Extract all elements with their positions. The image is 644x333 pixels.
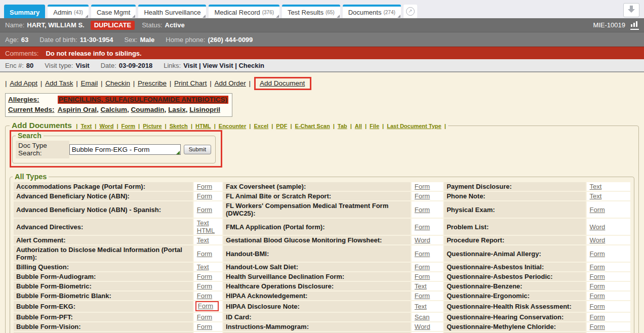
encounter-field: Visit type:Visit (45, 62, 89, 69)
doc-type-name: Questionnaire-Ergonomic: (444, 292, 585, 300)
med-link-lasix[interactable]: Lasix (168, 106, 186, 113)
doc-link-form[interactable]: Form (590, 206, 605, 214)
format-link-all[interactable]: All (355, 123, 362, 129)
action-link-prescribe[interactable]: Prescribe (138, 79, 167, 87)
current-meds-link[interactable]: Current Meds: (8, 106, 55, 113)
doc-link-form[interactable]: Form (198, 302, 213, 310)
doc-type-search-label: Doc Type Search: (16, 141, 69, 158)
flowsheet-chart-icon[interactable] (630, 21, 639, 30)
action-link-add-task[interactable]: Add Task (45, 79, 73, 87)
format-link-text[interactable]: Text (80, 123, 92, 129)
allergy-value-link[interactable]: PENICILLINS, SULFA(SULFONAMIDE ANTIBIOTI… (58, 96, 228, 104)
med-link-aspirin-oral[interactable]: Aspirin Oral (58, 106, 97, 113)
doc-link-text[interactable]: Text (197, 236, 209, 244)
all-types-table: Accommodations Package (Portal Form):For… (13, 181, 631, 333)
action-link-print-chart[interactable]: Print Chart (174, 79, 207, 87)
demographic-field: Sex:Male (124, 36, 154, 44)
doc-link-form[interactable]: Form (197, 282, 212, 290)
tab-summary[interactable]: Summary (4, 5, 45, 18)
doc-link-form[interactable]: Form (197, 183, 212, 190)
tab-case-mgmt[interactable]: Case Mgmt (91, 5, 136, 18)
doc-link-scan[interactable]: Scan (415, 313, 430, 321)
doc-link-form[interactable]: Form (415, 292, 430, 300)
submit-button[interactable]: Submit (184, 145, 211, 154)
allergies-link[interactable]: Allergies: (8, 96, 39, 103)
format-link-form[interactable]: Form (122, 123, 136, 129)
action-link-email[interactable]: Email (80, 79, 98, 87)
doc-type-name: Phone Note: (444, 192, 585, 200)
download-button[interactable] (623, 3, 639, 17)
documents-popout-button[interactable]: ↗ (404, 5, 417, 18)
doc-link-form[interactable]: Form (197, 273, 212, 280)
format-link-last-document-type[interactable]: Last Document Type (387, 123, 441, 129)
format-link-e-chart-scan[interactable]: E-Chart Scan (295, 123, 330, 129)
doc-link-text[interactable]: Text (590, 183, 602, 190)
doc-link-form[interactable]: Form (197, 323, 212, 330)
action-link-checkin[interactable]: Checkin (105, 79, 130, 87)
doc-link-form[interactable]: Form (415, 273, 430, 280)
doc-link-form[interactable]: Form (415, 263, 430, 271)
doc-type-search-input[interactable] (69, 144, 181, 155)
format-link-tab[interactable]: Tab (338, 123, 347, 129)
format-link-encounter[interactable]: Encounter (219, 123, 246, 129)
doc-link-form[interactable]: Form (415, 223, 430, 231)
tab-documents[interactable]: Documents(274) (343, 5, 401, 18)
doc-link-form[interactable]: Form (197, 206, 212, 214)
format-link-picture[interactable]: Picture (143, 123, 162, 129)
doc-link-text[interactable]: Text (415, 282, 427, 290)
action-link-add-order[interactable]: Add Order (215, 79, 246, 87)
doc-link-word[interactable]: Word (415, 236, 430, 244)
format-link-sketch[interactable]: Sketch (170, 123, 188, 129)
doc-type-link-cell: Form (587, 245, 630, 262)
tab-test-results[interactable]: Test Results(65) (282, 5, 340, 18)
doc-type-link-cell: Form (194, 292, 222, 300)
action-link-add-appt[interactable]: Add Appt (10, 79, 37, 87)
doc-link-form[interactable]: Form (590, 313, 605, 321)
format-link-html[interactable]: HTML (195, 123, 211, 129)
doc-link-text[interactable]: Text (590, 192, 602, 200)
doc-link-form[interactable]: Form (590, 303, 605, 310)
tab-admin[interactable]: Admin(43) (48, 5, 89, 18)
enc-link-view-visit[interactable]: View Visit (203, 62, 233, 69)
format-link-file[interactable]: File (370, 123, 379, 129)
doc-link-form[interactable]: Form (415, 192, 430, 200)
med-link-coumadin[interactable]: Coumadin (131, 106, 165, 113)
doc-link-form[interactable]: Form (590, 250, 605, 258)
doc-link-word[interactable]: Word (415, 323, 430, 330)
doc-link-form[interactable]: Form (590, 292, 605, 300)
doc-link-form[interactable]: Form (197, 192, 212, 200)
doc-link-form[interactable]: Form (415, 250, 430, 258)
format-link-word[interactable]: Word (99, 123, 113, 129)
doc-link-text[interactable]: Text (415, 303, 427, 310)
doc-link-form[interactable]: Form (197, 250, 212, 258)
format-link-pdf[interactable]: PDF (276, 123, 287, 129)
doc-link-form[interactable]: Form (415, 183, 430, 190)
med-link-calcium[interactable]: Calcium (101, 106, 128, 113)
tab-health-surveillance[interactable]: Health Surveillance (138, 5, 206, 18)
comments-text: Do not release info to siblings. (46, 50, 141, 57)
table-row: Billing Question:TextHandout-Low Salt Di… (14, 263, 630, 271)
doc-link-form[interactable]: Form (590, 273, 605, 280)
med-link-lisinopril[interactable]: Lisinopril (189, 106, 220, 113)
field-label: Age: (5, 36, 19, 44)
doc-type-name: Billing Question: (14, 263, 193, 271)
doc-link-html[interactable]: HTML (197, 227, 215, 234)
doc-type-name: Healthcare Operations Disclosure: (223, 282, 411, 290)
format-link-excel[interactable]: Excel (254, 123, 268, 129)
doc-link-form[interactable]: Form (197, 313, 212, 321)
action-link-add-document[interactable]: Add Document (260, 79, 305, 87)
doc-link-form[interactable]: Form (415, 206, 430, 214)
doc-type-link-cell: Word (587, 236, 630, 244)
tab-medical-record[interactable]: Medical Record(376) (209, 5, 279, 18)
doc-link-text[interactable]: Text (197, 219, 209, 227)
doc-link-text[interactable]: Text (197, 263, 209, 271)
doc-link-form[interactable]: Form (197, 292, 212, 300)
enc-link-visit[interactable]: Visit (183, 62, 197, 69)
doc-link-form[interactable]: Form (590, 263, 605, 271)
doc-link-form[interactable]: Form (590, 282, 605, 290)
doc-link-word[interactable]: Word (590, 223, 606, 231)
doc-link-form[interactable]: Form (590, 323, 605, 330)
doc-link-word[interactable]: Word (590, 236, 606, 244)
enc-link-checkin[interactable]: Checkin (238, 62, 264, 69)
doc-type-link-cell: Form (587, 272, 630, 281)
